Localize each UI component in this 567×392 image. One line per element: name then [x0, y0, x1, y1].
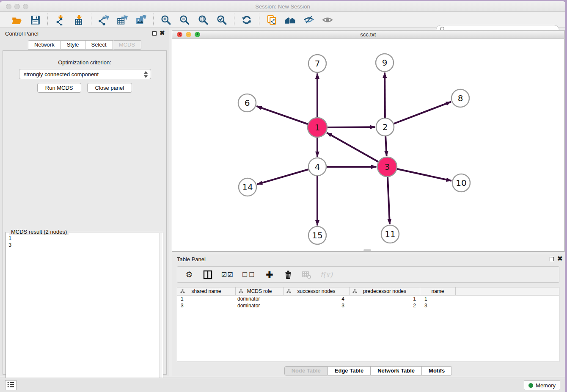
- delete-row-icon[interactable]: [283, 269, 293, 280]
- table-row[interactable]: 1dominator411: [177, 295, 559, 302]
- add-row-icon[interactable]: ✚: [264, 269, 275, 280]
- save-session-icon[interactable]: [29, 14, 41, 26]
- refresh-icon[interactable]: [240, 14, 253, 26]
- zoom-out-icon[interactable]: [178, 14, 191, 26]
- show-all-icon[interactable]: [321, 14, 334, 26]
- table-cell[interactable]: 3: [284, 302, 350, 309]
- title-bar: Session: New Session: [0, 1, 565, 12]
- select-all-icon[interactable]: ☑☑: [221, 269, 234, 280]
- network-canvas[interactable]: 7968124314101511: [172, 39, 564, 251]
- column-header-successor-nodes[interactable]: successor nodes: [284, 287, 350, 295]
- table-float-icon[interactable]: [550, 257, 554, 261]
- table-cell[interactable]: 1: [420, 295, 456, 302]
- edge-4-14[interactable]: [257, 167, 317, 184]
- node-label-9: 9: [382, 58, 388, 68]
- tab-style[interactable]: Style: [61, 40, 85, 50]
- tab-select[interactable]: Select: [85, 40, 113, 50]
- import-network-icon[interactable]: [54, 14, 66, 26]
- task-history-button[interactable]: [5, 380, 17, 390]
- edge-2-8[interactable]: [385, 102, 451, 127]
- node-10[interactable]: 10: [452, 174, 470, 192]
- node-label-11: 11: [385, 229, 395, 239]
- tab-motifs[interactable]: Motifs: [422, 366, 452, 375]
- export-image-icon[interactable]: [135, 14, 147, 26]
- tab-node-table[interactable]: Node Table: [284, 366, 328, 375]
- zoom-in-icon[interactable]: [160, 14, 172, 26]
- open-session-icon[interactable]: [10, 14, 23, 26]
- app-window: Session: New Session Control Panel ✖ Net…: [0, 1, 565, 392]
- apply-function-icon: f(x): [320, 269, 333, 280]
- tab-network-table[interactable]: Network Table: [371, 366, 422, 375]
- toggle-columns-icon[interactable]: [203, 269, 213, 280]
- node-15[interactable]: 15: [308, 226, 326, 244]
- node-label-15: 15: [312, 230, 322, 240]
- column-header-shared-name[interactable]: shared name: [177, 287, 236, 295]
- edge-3-1[interactable]: [327, 133, 387, 167]
- memory-label: Memory: [536, 382, 556, 389]
- table-cell[interactable]: 2: [350, 302, 420, 309]
- table-cell[interactable]: 4: [284, 295, 350, 302]
- column-header-predecessor-nodes[interactable]: predecessor nodes: [350, 287, 420, 295]
- network-view-window: x − + scc.txt 7968124314101511: [172, 30, 564, 252]
- tab-network[interactable]: Network: [28, 40, 61, 50]
- memory-status-icon: [528, 383, 533, 388]
- column-header-MCDS-role[interactable]: MCDS role: [236, 287, 284, 295]
- node-3[interactable]: 3: [377, 157, 397, 177]
- float-panel-icon[interactable]: [152, 31, 157, 36]
- node-11[interactable]: 11: [381, 225, 399, 243]
- dropdown-stepper-icon: [143, 71, 148, 80]
- node-2[interactable]: 2: [376, 118, 394, 136]
- export-network-icon[interactable]: [97, 14, 110, 26]
- export-table-icon[interactable]: [116, 14, 129, 26]
- zoom-selected-icon[interactable]: [215, 14, 228, 26]
- table-cell[interactable]: 1: [177, 295, 236, 302]
- node-label-4: 4: [315, 162, 320, 172]
- table-cell[interactable]: dominator: [236, 295, 284, 302]
- table-cell[interactable]: dominator: [236, 302, 284, 309]
- node-label-7: 7: [315, 58, 320, 69]
- table-row[interactable]: 3dominator323: [177, 302, 559, 309]
- run-mcds-button[interactable]: Run MCDS: [37, 83, 81, 93]
- control-panel: Control Panel ✖ NetworkStyleSelectMCDS O…: [0, 28, 169, 376]
- node-label-3: 3: [385, 162, 390, 172]
- tab-mcds[interactable]: MCDS: [113, 40, 141, 50]
- import-table-icon[interactable]: [72, 14, 85, 26]
- table-toolbar: ⚙☑☑☐☐✚ f(x): [177, 266, 559, 283]
- network-window-title: scc.txt: [172, 31, 564, 38]
- first-neighbors-icon[interactable]: [284, 14, 297, 26]
- node-label-8: 8: [458, 93, 463, 103]
- node-9[interactable]: 9: [376, 54, 394, 72]
- hide-selected-icon[interactable]: [303, 14, 315, 26]
- list-icon: [7, 381, 14, 389]
- table-cell[interactable]: 1: [350, 295, 420, 302]
- node-label-1: 1: [315, 122, 320, 133]
- memory-button[interactable]: Memory: [524, 380, 560, 390]
- table-close-icon[interactable]: ✖: [557, 255, 563, 262]
- mcds-panel: Optimization criterion: strongly connect…: [3, 50, 167, 375]
- dropdown-value: strongly connected component: [24, 71, 99, 77]
- result-scrollbar[interactable]: [159, 233, 162, 392]
- network-window-titlebar: x − + scc.txt: [172, 30, 564, 39]
- settings-gear-icon[interactable]: ⚙: [184, 269, 194, 280]
- mcds-result-box: MCDS result (2 nodes) 1 3: [6, 232, 163, 392]
- optimization-dropdown[interactable]: strongly connected component: [19, 69, 151, 79]
- close-panel-button[interactable]: Close panel: [87, 83, 132, 93]
- node-table[interactable]: shared nameMCDS rolesuccessor nodesprede…: [177, 287, 559, 362]
- node-4[interactable]: 4: [308, 158, 326, 176]
- table-panel-title: Table Panel: [177, 256, 206, 262]
- node-1[interactable]: 1: [308, 118, 327, 137]
- canvas-hscroll-thumb[interactable]: [363, 249, 371, 251]
- node-8[interactable]: 8: [451, 89, 469, 107]
- deselect-all-icon[interactable]: ☐☐: [242, 269, 256, 280]
- table-cell[interactable]: 3: [177, 302, 236, 309]
- close-panel-icon[interactable]: ✖: [160, 29, 165, 37]
- node-14[interactable]: 14: [239, 178, 256, 196]
- node-7[interactable]: 7: [308, 55, 326, 72]
- copy-network-icon[interactable]: [265, 14, 278, 26]
- tab-edge-table[interactable]: Edge Table: [328, 366, 371, 375]
- table-panel: Table Panel ✖ ⚙☑☑☐☐✚ f(x) shared nameMCD…: [172, 254, 564, 376]
- zoom-fit-icon[interactable]: [197, 14, 209, 26]
- table-cell[interactable]: 3: [420, 302, 456, 309]
- column-header-name[interactable]: name: [420, 287, 456, 295]
- node-6[interactable]: 6: [238, 94, 256, 112]
